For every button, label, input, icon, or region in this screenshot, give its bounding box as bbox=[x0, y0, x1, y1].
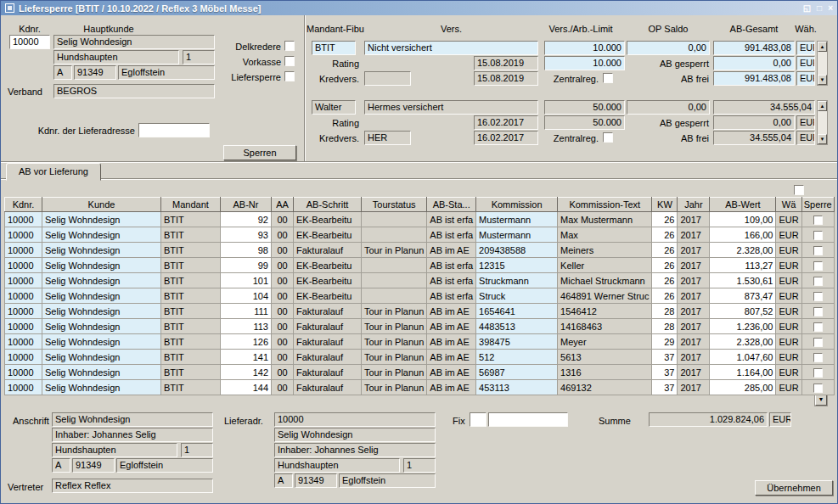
table-row[interactable]: 10000Selig WohndesignBTIT9800Fakturalauf… bbox=[5, 243, 835, 258]
table-cell[interactable]: Tour in Planun bbox=[362, 304, 427, 319]
table-cell[interactable]: Fakturalauf bbox=[294, 243, 362, 258]
table-cell[interactable]: 873,47 bbox=[710, 288, 776, 304]
zentralreg-checkbox[interactable] bbox=[603, 73, 613, 83]
fibu-op-saldo-field[interactable]: 0,00 bbox=[627, 41, 710, 55]
table-cell[interactable]: Max Mustermann bbox=[558, 212, 652, 227]
sperre-checkbox[interactable] bbox=[813, 246, 823, 255]
scroll-down-icon[interactable]: ▼ bbox=[818, 134, 827, 144]
sperre-checkbox[interactable] bbox=[813, 261, 823, 271]
column-header[interactable]: Kdnr. bbox=[5, 198, 42, 212]
table-cell[interactable]: 28 bbox=[652, 304, 678, 319]
sperre-checkbox[interactable] bbox=[813, 384, 823, 393]
column-header[interactable]: Kunde bbox=[42, 198, 161, 212]
table-cell[interactable]: 2017 bbox=[678, 350, 710, 365]
table-cell[interactable]: Fakturalauf bbox=[294, 304, 362, 319]
table-cell[interactable]: AB im AE bbox=[427, 334, 476, 350]
table-cell[interactable]: 2.328,00 bbox=[710, 243, 776, 258]
table-cell[interactable]: 00 bbox=[272, 273, 294, 288]
sperre-all-checkbox[interactable] bbox=[794, 185, 804, 195]
table-cell[interactable]: Mustermann bbox=[476, 212, 558, 227]
table-cell[interactable] bbox=[362, 212, 427, 227]
table-cell[interactable]: 142 bbox=[221, 365, 272, 380]
rating-limit-field[interactable]: 10.000 bbox=[544, 56, 625, 70]
table-cell[interactable]: 807,52 bbox=[710, 304, 776, 319]
kdnr-field[interactable]: 10000 bbox=[9, 35, 50, 49]
table-cell[interactable]: 00 bbox=[272, 227, 294, 243]
table-cell[interactable] bbox=[362, 227, 427, 243]
table-cell[interactable]: AB ist erfa bbox=[427, 227, 476, 243]
table-cell[interactable]: Selig Wohndesign bbox=[42, 258, 161, 273]
table-cell[interactable]: 2017 bbox=[678, 243, 710, 258]
table-cell[interactable]: 469132 bbox=[558, 380, 652, 395]
table-cell[interactable]: AB ist erfa bbox=[427, 212, 476, 227]
table-cell[interactable]: 1.164,00 bbox=[710, 365, 776, 380]
table-cell[interactable]: EUR bbox=[776, 304, 801, 319]
table-cell[interactable]: 37 bbox=[652, 380, 678, 395]
table-cell[interactable]: 56987 bbox=[476, 365, 558, 380]
table-cell[interactable]: BTIT bbox=[161, 273, 221, 288]
table-cell[interactable]: 512 bbox=[476, 350, 558, 365]
sperre-checkbox[interactable] bbox=[813, 338, 823, 347]
table-cell[interactable]: BTIT bbox=[161, 365, 221, 380]
table-cell[interactable]: 2017 bbox=[678, 227, 710, 243]
table-cell[interactable]: AB im AE bbox=[427, 243, 476, 258]
table-cell[interactable]: AB im AE bbox=[427, 304, 476, 319]
table-cell[interactable]: 2017 bbox=[678, 304, 710, 319]
table-cell[interactable]: 26 bbox=[652, 243, 678, 258]
table-cell[interactable]: EK-Bearbeitu bbox=[294, 227, 362, 243]
table-cell[interactable]: AB im AE bbox=[427, 350, 476, 365]
table-cell[interactable]: AB ist erfa bbox=[427, 258, 476, 273]
sperre-checkbox[interactable] bbox=[813, 277, 823, 286]
table-row[interactable]: 10000Selig WohndesignBTIT10400EK-Bearbei… bbox=[5, 288, 835, 304]
table-cell[interactable]: 104 bbox=[221, 288, 272, 304]
table-cell[interactable]: 92 bbox=[221, 212, 272, 227]
table-cell[interactable]: EUR bbox=[776, 273, 801, 288]
table-cell[interactable]: BTIT bbox=[161, 350, 221, 365]
vorkasse-checkbox[interactable] bbox=[284, 56, 295, 66]
column-header-sperre[interactable]: Sperre bbox=[801, 198, 834, 212]
table-cell[interactable]: 10000 bbox=[5, 212, 42, 227]
fibu-block-scrollbar[interactable]: ▲ ▼ bbox=[817, 41, 828, 86]
table-cell[interactable]: 166,00 bbox=[710, 227, 776, 243]
table-cell[interactable]: 99 bbox=[221, 258, 272, 273]
table-cell[interactable]: Selig Wohndesign bbox=[42, 288, 161, 304]
table-row[interactable]: 10000Selig WohndesignBTIT9900EK-Bearbeit… bbox=[5, 258, 835, 273]
table-row[interactable]: 10000Selig WohndesignBTIT11100Fakturalau… bbox=[5, 304, 835, 319]
column-header[interactable]: AB-Schritt bbox=[294, 198, 362, 212]
table-cell[interactable]: 00 bbox=[272, 350, 294, 365]
table-cell[interactable] bbox=[362, 288, 427, 304]
table-cell[interactable]: 26 bbox=[652, 227, 678, 243]
table-cell[interactable]: 26 bbox=[652, 212, 678, 227]
table-cell[interactable] bbox=[362, 273, 427, 288]
sperre-checkbox[interactable] bbox=[813, 231, 823, 240]
table-cell[interactable]: EUR bbox=[776, 288, 801, 304]
table-cell[interactable]: EK-Bearbeitu bbox=[294, 212, 362, 227]
table-cell[interactable]: 37 bbox=[652, 365, 678, 380]
table-cell[interactable]: 101 bbox=[221, 273, 272, 288]
column-header[interactable]: Kommission-Text bbox=[558, 198, 652, 212]
table-cell[interactable]: Meyer bbox=[558, 334, 652, 350]
table-cell[interactable]: 14168463 bbox=[558, 319, 652, 334]
table-row[interactable]: 10000Selig WohndesignBTIT11300Fakturalau… bbox=[5, 319, 835, 334]
scroll-up-icon[interactable]: ▲ bbox=[818, 101, 827, 111]
table-cell[interactable]: 00 bbox=[272, 304, 294, 319]
table-cell[interactable]: EUR bbox=[776, 227, 801, 243]
table-cell[interactable]: 453113 bbox=[476, 380, 558, 395]
scroll-down-icon[interactable]: ▼ bbox=[818, 75, 827, 85]
table-cell[interactable] bbox=[362, 258, 427, 273]
table-cell[interactable]: 2017 bbox=[678, 212, 710, 227]
table-cell[interactable]: Struckmann bbox=[476, 273, 558, 288]
table-cell[interactable]: EUR bbox=[776, 258, 801, 273]
fibu-mandant-field[interactable]: BTIT bbox=[312, 41, 356, 55]
table-cell[interactable]: 10000 bbox=[5, 334, 42, 350]
table-row[interactable]: 10000Selig WohndesignBTIT14400Fakturalau… bbox=[5, 380, 835, 395]
sperre-checkbox[interactable] bbox=[813, 307, 823, 316]
table-cell[interactable]: Tour in Planun bbox=[362, 365, 427, 380]
column-header[interactable]: Jahr bbox=[678, 198, 710, 212]
table-cell[interactable]: 00 bbox=[272, 334, 294, 350]
table-cell[interactable]: 10000 bbox=[5, 350, 42, 365]
table-cell[interactable]: 398475 bbox=[476, 334, 558, 350]
table-cell[interactable]: 10000 bbox=[5, 227, 42, 243]
table-cell[interactable]: 2017 bbox=[678, 334, 710, 350]
table-cell[interactable]: EUR bbox=[776, 212, 801, 227]
